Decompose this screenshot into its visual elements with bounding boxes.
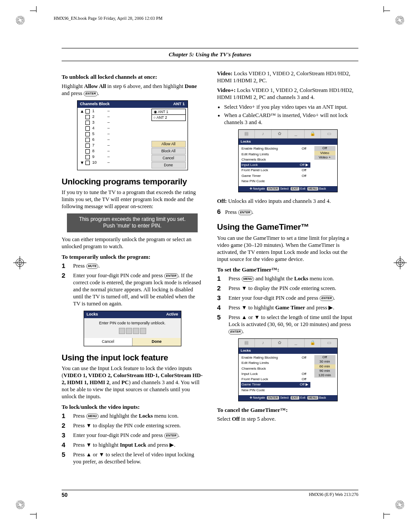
gametimer-set-heading: To set the GameTimer™: [217,266,358,274]
locks-footer: ✥ Navigate ENTERSelect EXITExit MENUBack [239,186,337,192]
pin-cancel-button: Cancel [84,338,133,346]
row-label: Enable Rating Blocking [241,146,298,151]
step-2: Press ▼ to display the PIN code entering… [62,422,203,429]
footer-right: HMX96 (E/F) Web 213:276 [309,492,358,499]
row-label: Channels Block [241,366,298,371]
channel-row: 6– [77,137,150,143]
lock-inputs-steps: Press MENU and highlight the Locks menu … [62,412,203,465]
step-2: Press ▼ to display the PIN code entering… [217,285,358,292]
channel-row: 8– [77,149,150,154]
locks-rows: Enable Rating BlockingOff Edit Rating Li… [239,354,313,395]
left-column: To unblock all locked channels at once: … [62,70,203,469]
step-1: Press MUTE. [62,262,203,269]
enter-key-icon: ENTER [164,433,178,438]
row-val: Off [300,163,305,167]
back-label: Back [319,396,326,399]
row-label: Input Lock [241,371,298,377]
channel-row: 3– [77,120,150,126]
text: Select [217,416,232,422]
locks-rows: Enable Rating BlockingOff Edit Rating Li… [239,145,313,186]
enter-key-icon: ENTER [228,329,243,334]
msg-line2: Push 'mute' to enter PIN. [69,223,196,229]
row-val: Off [298,173,310,179]
opt-off: Off [314,146,335,151]
enter-key-icon: ENTER [320,296,334,301]
video-desc: Video: Locks VIDEO 1, VIDEO 2, ColorStre… [217,70,358,84]
tab-icon: ♪ [255,130,272,138]
text: and press ▶. [146,442,175,448]
corner-target-icon [394,15,405,26]
gametimer-cancel-text: Select Off in step 5 above. [217,415,358,422]
row-label: Edit Rating Limits [241,360,298,366]
unblock-text: Highlight Allow All in step 6 above, and… [62,83,203,97]
page: HMX96_EN.book Page 50 Friday, April 28, … [0,0,420,525]
pin-digit-icon [126,328,132,334]
gametimer-cancel-heading: To cancel the GameTimer™: [217,407,358,414]
channel-row: ▲1– [77,109,150,114]
arrow-right-icon: ▶ [306,163,308,167]
text: Unlocks all video inputs and channels 3 … [227,198,331,204]
corner-target-icon [15,499,26,510]
channel-row: 4– [77,126,150,132]
sel-label: Select [280,396,288,399]
channel-row: 7– [77,143,150,149]
channels-block-title: Channels Block [80,102,110,107]
pin-body: Enter PIN code to temporally unblock. [84,318,181,338]
top-rule-2 [62,61,358,61]
gametimer-para: You can use the GameTimer to set a time … [217,235,358,263]
row-val: Off [298,355,310,360]
off-label: Off: [217,198,227,204]
channel-row: 9– [77,154,150,160]
crop-mark-icon [378,3,390,15]
step-6: 6 Press ENTER. [217,207,358,216]
channels-block-panel: Channels Block ANT 1 ▲1– 2– 3– 4– 5– 6– … [77,100,188,170]
ant-selector: ◉ ANT 1 ○ ANT 2 [151,109,186,121]
text: , and [109,379,121,385]
corner-target-icon [15,15,26,26]
opt-60: 60 min [314,364,335,369]
text: and highlight the [99,413,139,419]
row-val: Off [300,382,305,386]
header-file-line: HMX96_EN.book Page 50 Friday, April 28, … [54,16,394,22]
videoplus-desc: Video+: Locks VIDEO 1, VIDEO 2, ColorStr… [217,87,358,101]
channel-num: 7 [92,143,102,148]
cancel-button: Cancel [151,155,186,162]
step-1: Press MENU and highlight the Locks menu … [217,275,358,282]
channels-side-panel: ◉ ANT 1 ○ ANT 2 Allow All Block All Canc… [150,108,188,170]
pin-done-button: Done [133,338,181,346]
step-5: Press ▲ or ▼ to select the level of vide… [62,451,203,465]
msg-line1: This program exceeds the rating limit yo… [69,216,196,223]
off-desc: Off: Unlocks all video inputs and channe… [217,198,358,205]
text: Press ▼ to highlight [228,305,275,311]
step-2: Enter your four-digit PIN code and press… [62,272,203,307]
tab-icon: ♪ [255,339,272,347]
step-3: Enter your four-digit PIN code and press… [62,432,203,439]
sel-label: Select [280,187,288,190]
input-lock-label: Input Lock [120,442,146,448]
tab-icon: ▤ [239,130,255,138]
page-number: 50 [62,492,67,499]
row-label: New PIN Code [241,388,298,393]
tab-icon: ▭ [321,339,337,347]
gametimer-steps: Press MENU and highlight the Locks menu … [217,275,358,335]
text: Press [225,209,238,215]
videoplus-bullets: Select Video+ if you play video tapes vi… [224,103,358,126]
tab-icon: ▤ [239,339,255,347]
ant2-label: ANT 2 [157,115,167,120]
nav-label: Navigate [253,396,265,399]
corner-target-icon [394,499,405,510]
bullet-1: Select Video+ if you play video tapes vi… [224,103,358,110]
text: PC [122,379,129,385]
opt-off: Off [314,355,335,360]
pin-digit-icon [133,328,139,334]
opt-30: 30 min [314,360,335,364]
input-lock-heading: Using the input lock feature [62,352,203,363]
text: Press [73,413,86,419]
menu-tabs: ▤♪✿⎯🔒▭ [239,130,337,139]
row-label: Channels Block [241,157,298,162]
channel-num: 6 [92,137,102,143]
temp-unlock-steps: Press MUTE. Enter your four-digit PIN co… [62,262,203,307]
locks-title-bar: Locks [239,139,337,145]
row-label: Game Timer [241,173,298,179]
text: Locks VIDEO 1, VIDEO 2, ColorStream HD1/… [217,70,350,84]
